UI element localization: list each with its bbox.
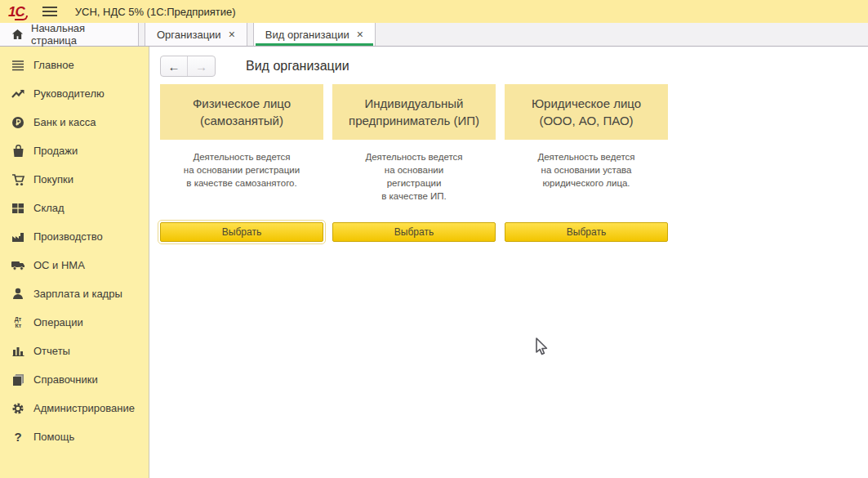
back-button[interactable]: ← xyxy=(161,56,188,76)
1c-logo: 1С xyxy=(8,5,24,19)
gear-icon xyxy=(10,402,26,415)
card-description: Деятельность ведется на основании регист… xyxy=(332,140,496,203)
card-description: Деятельность ведется на основании регист… xyxy=(160,140,323,190)
question-icon: ? xyxy=(10,430,26,444)
select-legal-entity-button[interactable]: Выбрать xyxy=(505,222,668,242)
sidebar-item-fixed-assets[interactable]: ОС и НМА xyxy=(0,251,149,279)
history-nav-group: ← → xyxy=(160,56,216,77)
sidebar-item-administration[interactable]: Администрирование xyxy=(0,394,149,422)
sidebar-item-operations[interactable]: ДтКт Операции xyxy=(0,308,149,337)
tab-organizations[interactable]: Организации × xyxy=(145,23,247,46)
shopping-bag-icon xyxy=(10,145,26,158)
sidebar-item-manager[interactable]: Руководителю xyxy=(0,79,149,108)
menu-lines-icon xyxy=(10,60,26,71)
warehouse-icon xyxy=(10,203,26,214)
card-header: Физическое лицо (самозанятый) xyxy=(160,84,323,140)
page-title: Вид организации xyxy=(246,59,349,74)
sidebar-item-sales[interactable]: Продажи xyxy=(0,136,149,165)
factory-icon xyxy=(10,231,26,243)
card-header: Индивидуальный предприниматель (ИП) xyxy=(332,84,496,140)
close-icon[interactable]: × xyxy=(229,29,235,40)
bar-chart-icon xyxy=(10,346,26,356)
main-menu-icon[interactable] xyxy=(42,4,57,19)
books-icon xyxy=(10,373,26,386)
tab-organization-kind-label: Вид организации xyxy=(265,29,349,41)
card-header: Юридическое лицо (ООО, АО, ПАО) xyxy=(505,84,668,140)
card-description: Деятельность ведется на основании устава… xyxy=(505,140,668,190)
sidebar-item-help[interactable]: ? Помощь xyxy=(0,422,149,451)
close-icon[interactable]: × xyxy=(357,29,363,40)
tab-home[interactable]: Начальная страница xyxy=(0,23,139,46)
card-individual-self-employed: Физическое лицо (самозанятый) Деятельнос… xyxy=(160,84,323,203)
tab-organization-kind[interactable]: Вид организации × xyxy=(253,23,376,46)
sidebar-item-purchases[interactable]: Покупки xyxy=(0,165,149,194)
topbar: 1С УСН, НДС 5% (1С:Предприятие) xyxy=(0,0,868,23)
sidebar-item-production[interactable]: Производство xyxy=(0,222,149,251)
debit-credit-icon: ДтКт xyxy=(10,316,26,328)
tab-strip: Начальная страница Организации × Вид орг… xyxy=(0,23,868,47)
select-self-employed-button[interactable]: Выбрать xyxy=(160,222,323,242)
home-icon xyxy=(11,29,24,40)
card-legal-entity: Юридическое лицо (ООО, АО, ПАО) Деятельн… xyxy=(505,84,668,203)
app-window: 1С УСН, НДС 5% (1С:Предприятие) Начальна… xyxy=(0,0,868,478)
shopping-cart-icon xyxy=(10,173,26,186)
truck-icon xyxy=(10,260,26,270)
sidebar: Главное Руководителю Банк и касса xyxy=(0,47,149,478)
person-icon xyxy=(10,288,26,300)
ruble-coin-icon xyxy=(10,116,26,129)
sidebar-item-payroll-hr[interactable]: Зарплата и кадры xyxy=(0,279,149,308)
tab-organizations-label: Организации xyxy=(157,29,221,41)
sidebar-item-bank-cash[interactable]: Банк и касса xyxy=(0,108,149,136)
card-sole-proprietor: Индивидуальный предприниматель (ИП) Деят… xyxy=(332,84,496,203)
main-content: ← → Вид организации Физическое лицо (сам… xyxy=(150,47,868,478)
sidebar-item-directories[interactable]: Справочники xyxy=(0,365,149,394)
sidebar-item-reports[interactable]: Отчеты xyxy=(0,337,149,365)
forward-button[interactable]: → xyxy=(188,56,215,76)
sidebar-item-main[interactable]: Главное xyxy=(0,51,149,79)
sidebar-item-warehouse[interactable]: Склад xyxy=(0,194,149,222)
window-title: УСН, НДС 5% (1С:Предприятие) xyxy=(75,6,236,18)
trending-up-icon xyxy=(10,88,26,99)
tab-home-label: Начальная страница xyxy=(31,22,127,47)
select-sole-proprietor-button[interactable]: Выбрать xyxy=(332,222,496,242)
